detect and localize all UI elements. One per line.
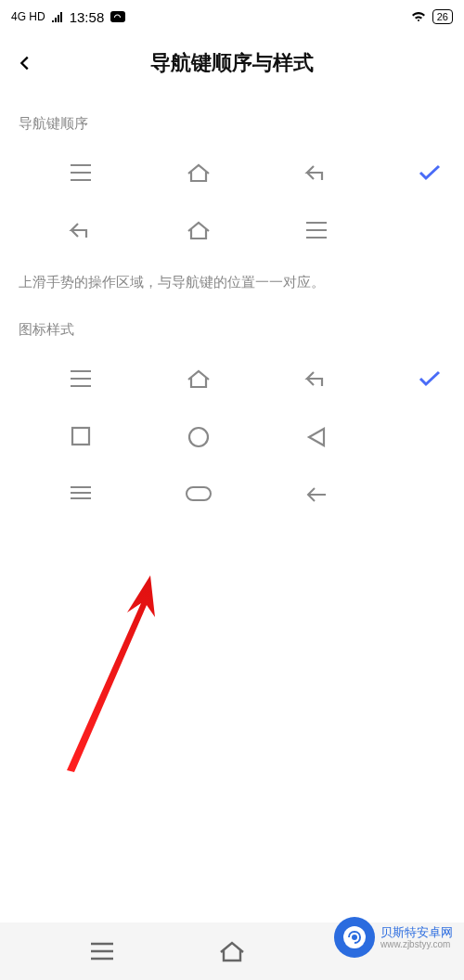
status-bar: 4G HD 13:58 26 (0, 0, 464, 33)
status-right: 26 (410, 9, 453, 24)
style-option-2[interactable] (0, 407, 464, 467)
circle-icon (180, 426, 217, 448)
thin-menu-icon (62, 485, 99, 504)
back-icon (298, 162, 335, 183)
wifi-icon (410, 10, 427, 23)
style-section-label: 图标样式 (0, 299, 464, 350)
back-icon (298, 368, 335, 389)
home-icon (180, 220, 217, 240)
menu-icon (298, 220, 335, 240)
watermark-logo-icon (334, 917, 375, 958)
svg-rect-0 (110, 11, 125, 22)
status-left: 4G HD 13:58 (11, 9, 126, 25)
check-icon (418, 163, 442, 182)
back-icon (62, 220, 99, 240)
check-icon (418, 369, 442, 388)
home-icon (180, 368, 217, 389)
cloud-icon (110, 10, 126, 23)
signal-bars-icon (51, 11, 64, 22)
order-option-1[interactable] (0, 144, 464, 201)
triangle-icon (298, 426, 335, 448)
watermark-name: 贝斯特安卓网 (380, 925, 453, 940)
order-hint: 上滑手势的操作区域，与导航键的位置一一对应。 (0, 259, 464, 299)
page-title: 导航键顺序与样式 (15, 49, 449, 77)
battery-indicator: 26 (432, 9, 453, 24)
style-option-1[interactable] (0, 350, 464, 407)
page-header: 导航键顺序与样式 (0, 33, 464, 93)
back-button[interactable] (15, 53, 35, 73)
style-option-3[interactable] (0, 467, 464, 522)
svg-point-5 (352, 935, 357, 940)
status-time: 13:58 (70, 9, 105, 25)
svg-rect-3 (187, 487, 211, 500)
order-section-label: 导航键顺序 (0, 93, 464, 144)
order-option-2[interactable] (0, 201, 464, 259)
annotation-arrow (58, 575, 187, 780)
nav-menu-icon[interactable] (89, 941, 115, 961)
menu-icon (62, 162, 99, 183)
home-icon (180, 162, 217, 183)
svg-rect-1 (72, 428, 89, 445)
network-indicator: 4G HD (11, 10, 45, 23)
pill-icon (180, 485, 217, 504)
watermark: 贝斯特安卓网 www.zjbstyy.com (334, 917, 453, 958)
nav-home-icon[interactable] (218, 940, 246, 962)
arrow-left-icon (298, 485, 335, 504)
menu-icon (62, 368, 99, 389)
watermark-url: www.zjbstyy.com (380, 939, 453, 949)
svg-point-2 (189, 428, 208, 446)
square-icon (62, 426, 99, 448)
